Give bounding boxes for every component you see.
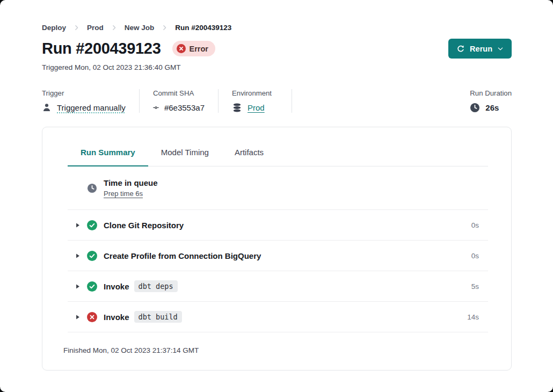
step-list: Clone Git Repository 0s Create Profile f… [68,210,488,332]
run-duration-value: 26s [485,103,499,112]
success-check-icon [87,220,97,230]
meta-trigger: Trigger Triggered manually [42,89,126,113]
chevron-right-icon [161,24,168,31]
commit-icon [153,103,159,113]
run-meta-row: Trigger Triggered manually Commit SHA [42,89,512,113]
step-title: Invoke [104,313,129,322]
rerun-button[interactable]: Rerun [448,39,512,59]
meta-commit: Commit SHA #6e3553a7 [153,89,205,113]
meta-environment: Environment Prod [232,89,278,113]
run-summary-card: Run SummaryModel TimingArtifacts Time in… [42,127,512,371]
meta-commit-label: Commit SHA [153,89,205,97]
breadcrumb-item[interactable]: Deploy [42,24,66,32]
breadcrumb-item[interactable]: Prod [87,24,104,32]
meta-divider [292,89,292,113]
status-badge: Error [172,41,215,56]
success-check-icon [87,281,97,292]
expand-caret-icon[interactable] [73,282,82,291]
step-duration: 5s [471,282,479,291]
environment-link[interactable]: Prod [248,103,265,112]
meta-divider [218,89,219,113]
person-icon [42,103,52,112]
tab-artifacts[interactable]: Artifacts [222,143,276,166]
triggered-timestamp: Triggered Mon, 02 Oct 2023 21:36:40 GMT [42,63,512,71]
meta-duration-label: Run Duration [470,89,512,97]
step-row[interactable]: Invoke dbt deps 5s [68,271,488,302]
chevron-down-icon [497,46,504,52]
step-row[interactable]: Create Profile from Connection BigQuery … [68,241,488,271]
queue-title: Time in queue [104,178,158,187]
step-command: dbt deps [134,280,178,292]
status-badge-label: Error [190,45,208,53]
error-circle-icon [177,44,186,53]
meta-divider [139,89,140,113]
clock-icon [470,103,480,113]
step-command: dbt build [134,311,182,323]
queue-row: Time in queue Prep time 6s [68,166,488,210]
expand-caret-icon[interactable] [73,221,82,229]
step-duration: 0s [471,252,479,260]
step-row[interactable]: Clone Git Repository 0s [68,210,488,241]
queue-clock-icon [87,183,97,193]
tab-run-summary[interactable]: Run Summary [68,143,148,166]
finished-timestamp: Finished Mon, 02 Oct 2023 21:37:14 GMT [42,332,511,368]
success-check-icon [87,251,97,261]
step-duration: 0s [471,221,479,229]
step-duration: 14s [467,313,479,321]
trigger-value[interactable]: Triggered manually [57,103,126,112]
tab-model-timing[interactable]: Model Timing [148,143,222,166]
breadcrumb: Deploy Prod New Job Run #200439123 [42,24,512,32]
prep-time-link[interactable]: Prep time 6s [104,190,143,198]
breadcrumb-item[interactable]: New Job [125,24,155,32]
chevron-right-icon [111,24,118,31]
page-title: Run #200439123 [42,40,161,57]
refresh-icon [456,45,465,53]
tab-bar: Run SummaryModel TimingArtifacts [68,127,488,166]
error-x-icon [87,312,97,322]
step-title: Clone Git Repository [104,221,184,230]
title-row: Run #200439123 Error Rerun [42,39,512,59]
step-row[interactable]: Invoke dbt build 14s [68,302,488,332]
rerun-button-label: Rerun [470,45,492,53]
meta-trigger-label: Trigger [42,89,126,97]
expand-caret-icon[interactable] [73,251,82,260]
step-title: Invoke [104,282,129,291]
meta-environment-label: Environment [232,89,278,97]
step-title: Create Profile from Connection BigQuery [104,251,261,260]
chevron-right-icon [73,24,80,31]
expand-caret-icon[interactable] [73,313,82,321]
commit-sha-value: #6e3553a7 [164,103,205,112]
meta-duration: Run Duration 26s [470,89,512,113]
breadcrumb-item: Run #200439123 [175,24,231,32]
run-detail-page: Deploy Prod New Job Run #200439123 Run #… [0,0,553,392]
database-icon [232,103,242,113]
